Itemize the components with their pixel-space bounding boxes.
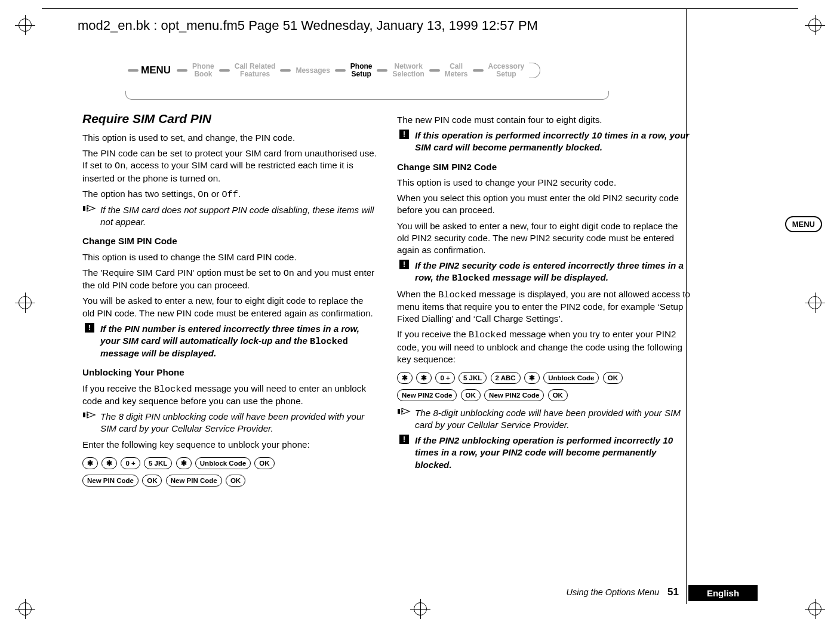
key-star: ✱ — [101, 457, 117, 469]
header-rule — [42, 8, 798, 9]
h3-change-sim-pin: Change SIM PIN Code — [82, 235, 378, 247]
note-icon — [82, 204, 97, 228]
key-zero: 0 + — [435, 372, 454, 384]
key-sequence-unblock-pin: ✱ ✱ 0 + 5 JKL ✱ Unblock Code OK New PIN … — [82, 454, 378, 489]
paragraph: If you receive the Blocked message when … — [397, 328, 693, 365]
crumb-network-selection: NetworkSelection — [390, 63, 426, 78]
paragraph: When the Blocked message is displayed, y… — [397, 288, 693, 325]
crumb-messages: Messages — [293, 67, 332, 75]
paragraph: The option has two settings, On or Off. — [82, 188, 378, 201]
key-star: ✱ — [416, 372, 432, 384]
key-ok: OK — [142, 475, 162, 487]
crumb-bar — [177, 69, 187, 72]
key-sequence-unblock-pin2: ✱ ✱ 0 + 5 JKL 2 ABC ✱ Unblock Code OK Ne… — [397, 369, 693, 404]
key-new-pin: New PIN Code — [82, 475, 139, 487]
registration-mark — [410, 599, 430, 619]
warning: ! If this operation is performed incorre… — [397, 130, 693, 153]
paragraph: The 'Require SIM Card PIN' option must b… — [82, 267, 378, 291]
registration-mark — [15, 293, 35, 313]
running-head: mod2_en.bk : opt_menu.fm5 Page 51 Wednes… — [78, 18, 538, 33]
svg-point-11 — [402, 410, 404, 412]
key-zero: 0 + — [121, 457, 140, 469]
crumb-accessory-setup: AccessorySetup — [486, 63, 527, 78]
warning: ! If the PIN2 security code is entered i… — [397, 260, 693, 284]
footer-section: Using the Options Menu — [567, 587, 660, 597]
crumb-bar — [429, 69, 440, 72]
crumb-bar — [128, 69, 139, 72]
note: If the SIM card does not support PIN cod… — [82, 204, 378, 228]
footer-page: 51 — [667, 586, 679, 598]
note-icon — [397, 407, 411, 431]
paragraph: If you receive the Blocked message you w… — [82, 383, 378, 407]
key-new-pin2: New PIN2 Code — [484, 389, 544, 401]
h3-change-sim-pin2: Change SIM PIN2 Code — [397, 161, 693, 173]
crumb-bar — [377, 69, 387, 72]
svg-text:!: ! — [88, 324, 91, 332]
svg-rect-0 — [83, 206, 85, 211]
crumb-rail — [125, 91, 609, 100]
key-unblock-code: Unblock Code — [195, 457, 251, 469]
registration-mark — [805, 293, 825, 313]
key-ok: OK — [254, 457, 274, 469]
key-new-pin: New PIN Code — [166, 475, 222, 487]
svg-point-5 — [87, 414, 89, 416]
key-five: 5 JKL — [459, 372, 487, 384]
key-star: ✱ — [524, 372, 540, 384]
warning-icon: ! — [397, 435, 411, 471]
crumb-bar — [335, 69, 346, 72]
key-new-pin2: New PIN2 Code — [397, 389, 457, 401]
warning: ! If the PIN2 unblocking operation is pe… — [397, 435, 693, 471]
key-star: ✱ — [176, 457, 192, 469]
svg-text:!: ! — [403, 130, 405, 139]
crumb-menu-label: MENU — [141, 64, 171, 76]
paragraph: The PIN code can be set to protect your … — [82, 147, 378, 184]
crumb-bar — [280, 69, 291, 72]
crumb-phone-book: PhoneBook — [190, 63, 217, 78]
paragraph: This option is used to set, and change, … — [82, 132, 378, 144]
svg-text:!: ! — [403, 435, 405, 444]
menu-badge: MENU — [785, 216, 822, 232]
registration-mark — [805, 15, 825, 35]
warning-icon: ! — [397, 130, 411, 153]
language-box: English — [688, 585, 758, 601]
paragraph: You will be asked to enter a new, four t… — [397, 220, 693, 257]
warning-text: If this operation is performed incorrect… — [415, 130, 693, 153]
warning-icon: ! — [82, 323, 97, 360]
warning: ! If the PIN number is entered incorrect… — [82, 323, 378, 360]
key-unblock-code: Unblock Code — [543, 372, 599, 384]
key-star: ✱ — [397, 372, 413, 384]
registration-mark — [805, 599, 825, 619]
note-icon — [82, 411, 97, 435]
key-ok: OK — [603, 372, 623, 384]
registration-mark — [15, 599, 35, 619]
note: The 8 digit PIN unblocking code will hav… — [82, 411, 378, 435]
svg-rect-10 — [398, 409, 400, 414]
warning-icon: ! — [397, 260, 411, 284]
warning-text: If the PIN2 security code is entered inc… — [415, 260, 693, 284]
note-text: The 8 digit PIN unblocking code will hav… — [100, 411, 378, 435]
crumb-bar — [219, 69, 230, 72]
paragraph: When you select this option you must ent… — [397, 192, 693, 216]
key-ok: OK — [226, 475, 245, 487]
note-text: If the SIM card does not support PIN cod… — [100, 204, 378, 228]
registration-mark — [15, 15, 35, 35]
key-five: 5 JKL — [144, 457, 172, 469]
crumb-endcap — [529, 63, 540, 78]
note: The 8-digit unblocking code will have be… — [397, 407, 693, 431]
crumb-call-related: Call RelatedFeatures — [232, 63, 278, 78]
warning-text: If the PIN number is entered incorrectly… — [100, 323, 378, 360]
paragraph: The new PIN code must contain four to ei… — [397, 114, 693, 126]
crumb-call-meters: CallMeters — [442, 63, 470, 78]
breadcrumb: MENU PhoneBook Call RelatedFeatures Mess… — [125, 63, 609, 99]
key-ok: OK — [548, 389, 568, 401]
left-column: Require SIM Card PIN This option is used… — [82, 110, 378, 492]
footer: Using the Options Menu 51 — [567, 586, 679, 598]
right-column: The new PIN code must contain four to ei… — [397, 110, 693, 475]
key-star: ✱ — [82, 457, 98, 469]
paragraph: This option is used to change your PIN2 … — [397, 177, 693, 189]
paragraph: Enter the following key sequence to unbl… — [82, 439, 378, 451]
svg-rect-4 — [83, 413, 85, 417]
h3-unblocking: Unblocking Your Phone — [82, 367, 378, 378]
note-text: The 8-digit unblocking code will have be… — [415, 407, 693, 431]
paragraph: You will be asked to enter a new, four t… — [82, 295, 378, 319]
